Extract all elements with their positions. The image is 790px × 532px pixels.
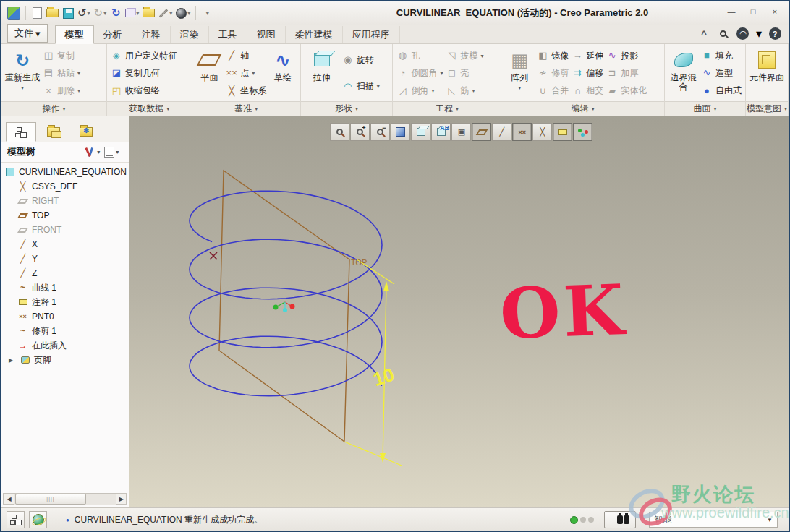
copy-button[interactable]: ◫复制	[43, 49, 80, 63]
tree-row-axis-y[interactable]: ╱Y	[1, 252, 129, 266]
tree-row-front[interactable]: FRONT	[1, 223, 129, 237]
sketch-plane-outline[interactable]	[219, 171, 349, 442]
axis-display-button[interactable]: ╱	[492, 123, 511, 141]
redo-dropdown[interactable]: ▾	[103, 10, 106, 17]
undo-button[interactable]: ↺▾	[76, 4, 92, 22]
community-button[interactable]: ◠	[736, 27, 749, 40]
tree-row-trim-1[interactable]: ~修剪 1	[1, 324, 129, 338]
project-button[interactable]: ∿投影	[606, 49, 647, 63]
ok-annotation[interactable]: OK	[499, 274, 628, 351]
windows-button[interactable]: ▾	[124, 4, 140, 22]
tree-settings-dropdown[interactable]: ▾	[116, 149, 119, 155]
offset-button[interactable]: ⇉偏移	[572, 66, 603, 80]
tab-annotate[interactable]: 注释	[132, 26, 171, 43]
tree-row-csys[interactable]: ╳CSYS_DEF	[1, 179, 129, 194]
tab-tools[interactable]: 工具	[209, 26, 247, 43]
close-button[interactable]: ×	[767, 5, 783, 17]
tab-applications[interactable]: 应用程序	[343, 26, 400, 43]
pattern-button[interactable]: ▦ 阵列 ▾	[504, 46, 535, 100]
helix-curve[interactable]	[190, 191, 382, 396]
tree-tools-dropdown[interactable]: ▾	[97, 149, 100, 155]
tree-row-axis-x[interactable]: ╱X	[1, 237, 129, 252]
new-file-button[interactable]	[30, 4, 44, 22]
fill-button[interactable]: ■填充	[701, 49, 742, 63]
group-label-operations[interactable]: 操作▾	[1, 101, 106, 116]
thicken-button[interactable]: ⊐加厚	[606, 66, 647, 80]
tree-row-right[interactable]: RIGHT	[1, 194, 129, 208]
toggle-model-tree-button[interactable]	[7, 511, 25, 528]
toggle-browser-button[interactable]	[29, 511, 47, 528]
group-label-edit[interactable]: 编辑▾	[501, 101, 664, 116]
tree-row-pnt0[interactable]: ××PNT0	[1, 309, 129, 324]
tab-model[interactable]: 模型	[55, 25, 94, 44]
extrude-button[interactable]: 拉伸	[303, 46, 341, 100]
search-button[interactable]	[717, 27, 730, 40]
boundary-blend-button[interactable]: 边界混合	[667, 46, 700, 100]
group-label-datum[interactable]: 基准▾	[192, 101, 300, 116]
tab-flexible-modeling[interactable]: 柔性建模	[286, 26, 343, 43]
find-button[interactable]	[604, 511, 636, 528]
expander-icon[interactable]: ▶	[9, 357, 16, 364]
group-label-shapes[interactable]: 形状▾	[301, 101, 393, 116]
tab-favorites[interactable]	[71, 122, 101, 142]
scroll-right-button[interactable]: ▶	[116, 494, 127, 505]
scroll-left-button[interactable]: ◀	[4, 494, 14, 505]
hole-button[interactable]: ◍孔	[396, 49, 443, 63]
udf-button[interactable]: ◈用户定义特征	[111, 49, 177, 63]
tree-row-curve-1[interactable]: ~曲线 1	[1, 280, 129, 295]
regenerate-button[interactable]: ↻ 重新生成 ▾	[4, 46, 41, 100]
display-style-button[interactable]	[411, 123, 430, 141]
eraser-dropdown[interactable]: ▾	[169, 10, 172, 17]
redo-button[interactable]: ↻▾	[93, 4, 109, 22]
mirror-button[interactable]: ◧镜像	[537, 49, 569, 63]
tree-horizontal-scrollbar[interactable]: ◀ |||| ▶	[3, 493, 127, 505]
community-dropdown[interactable]: ▾	[756, 27, 762, 40]
datum-point-button[interactable]: ××点▾	[226, 66, 266, 80]
datum-plane-button[interactable]: 平面	[195, 46, 225, 100]
render-style-button[interactable]: ▾	[174, 4, 192, 22]
solidify-button[interactable]: ▰实体化	[606, 84, 647, 98]
render-dropdown[interactable]: ▾	[187, 10, 190, 17]
shell-button[interactable]: ◻壳	[446, 66, 484, 80]
group-label-surfaces[interactable]: 曲面▾	[665, 101, 745, 116]
extend-button[interactable]: →延伸	[572, 49, 603, 63]
view-manager-button[interactable]: ▣	[451, 123, 471, 141]
sketch-button[interactable]: ∿ 草绘	[268, 46, 298, 100]
eraser-button[interactable]: ▾	[157, 4, 174, 22]
scroll-thumb[interactable]: ||||	[15, 494, 86, 505]
tab-model-tree[interactable]	[6, 122, 36, 142]
help-button[interactable]: ?	[768, 27, 781, 40]
open-file-button[interactable]	[45, 4, 60, 22]
revolve-button[interactable]: ◉旋转	[342, 53, 380, 67]
tree-row-top[interactable]: TOP	[1, 208, 129, 223]
zoom-out-button[interactable]: −	[370, 123, 390, 141]
app-menu-button[interactable]	[6, 4, 22, 22]
tab-analysis[interactable]: 分析	[94, 26, 132, 43]
chamfer-button[interactable]: ◿倒角▾	[396, 84, 443, 98]
datum-csys-button[interactable]: ╳坐标系	[226, 84, 266, 98]
copy-geometry-button[interactable]: ◪复制几何	[111, 66, 177, 80]
regenerate-dropdown[interactable]: ▾	[21, 83, 24, 93]
regenerate-list-button[interactable]: ↻	[109, 4, 123, 22]
tree-row-part[interactable]: CURVILINEAR_EQUATION	[1, 165, 129, 179]
component-interface-button[interactable]: 元件界面	[748, 46, 786, 100]
tab-render[interactable]: 渲染	[171, 26, 209, 43]
shrinkwrap-button[interactable]: ◰收缩包络	[111, 84, 177, 98]
merge-button[interactable]: ∪合并	[537, 84, 569, 98]
rib-button[interactable]: ◺筋▾	[446, 84, 484, 98]
zoom-fit-button[interactable]	[330, 123, 349, 141]
spin-center-button[interactable]	[573, 123, 592, 141]
scroll-track[interactable]: ||||	[14, 494, 116, 505]
group-label-get-data[interactable]: 获取数据▾	[107, 101, 192, 116]
delete-button[interactable]: ×删除▾	[43, 84, 80, 98]
freestyle-button[interactable]: ●自由式	[701, 84, 742, 98]
pattern-dropdown[interactable]: ▾	[518, 83, 521, 93]
group-label-engineering[interactable]: 工程▾	[393, 101, 501, 116]
tree-row-axis-z[interactable]: ╱Z	[1, 266, 129, 280]
annotation-display-button[interactable]	[553, 123, 572, 141]
filter-dropdown-icon[interactable]: ▼	[767, 517, 773, 523]
close-window-button[interactable]	[141, 4, 156, 22]
round-button[interactable]: ◔倒圆角▾	[396, 66, 443, 80]
style-button[interactable]: ∿造型	[701, 66, 742, 80]
tree-settings-icon[interactable]	[104, 147, 114, 158]
